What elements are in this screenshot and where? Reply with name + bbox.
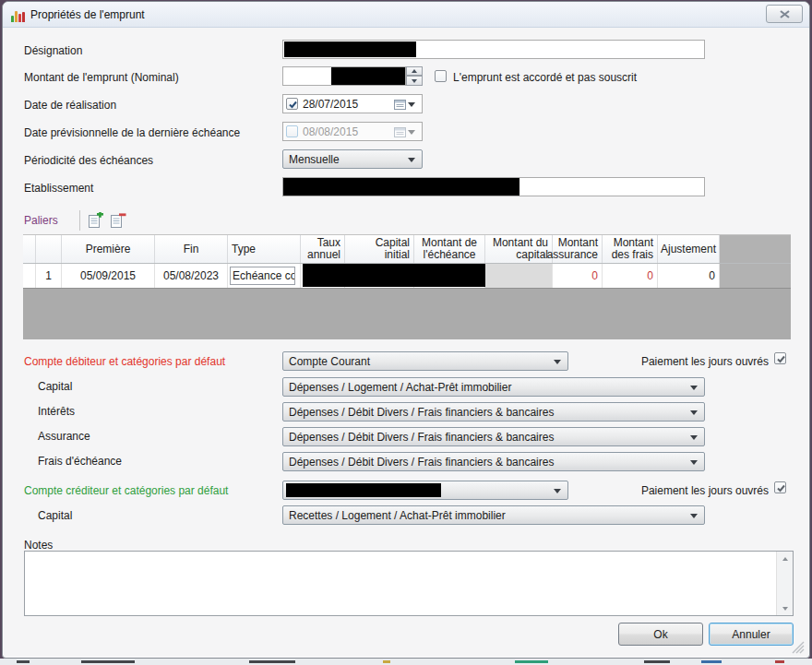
last-due-date-label: Date prévisionnelle de la dernière échéa…	[24, 126, 240, 139]
business-days-checkbox-debit[interactable]	[774, 352, 786, 364]
triangle-up-icon	[412, 69, 417, 73]
type-value: Echéance co...	[233, 269, 295, 282]
debit-account-select[interactable]: Compte Courant	[282, 351, 568, 371]
chevron-down-icon	[408, 130, 415, 135]
ajustement-cell[interactable]: 0	[658, 264, 720, 288]
triangle-up-icon	[782, 557, 788, 561]
table-header-row: Première Fin Type Taux annuel Capital in…	[23, 235, 791, 264]
montant-assurance-cell[interactable]: 0	[553, 264, 603, 288]
screen: Propriétés de l'emprunt Désignation Mont…	[0, 0, 812, 665]
calendar-icon[interactable]	[394, 99, 406, 110]
cancel-button[interactable]: Annuler	[709, 623, 794, 646]
realisation-date-picker[interactable]: 28/07/2015	[282, 94, 423, 113]
fin-cell[interactable]: 05/08/2023	[155, 264, 228, 288]
credit-account-select[interactable]	[282, 481, 568, 500]
background-noise	[515, 660, 548, 663]
header-ajustement: Ajustement	[658, 235, 720, 263]
periodicity-label: Périodicité des échéances	[24, 154, 153, 167]
debit-account-value: Compte Courant	[289, 355, 370, 368]
chevron-down-icon	[690, 514, 698, 518]
type-select-button[interactable]	[294, 267, 295, 285]
chevron-down-icon	[408, 102, 415, 107]
paliers-table: Première Fin Type Taux annuel Capital in…	[23, 234, 791, 339]
stepper-up-button[interactable]	[406, 66, 423, 76]
check-icon	[775, 482, 787, 494]
background-noise	[775, 660, 784, 663]
table-row[interactable]: 1 05/09/2015 05/08/2023 Echéance co... 0	[23, 264, 791, 289]
scroll-up-button[interactable]	[777, 552, 793, 565]
notes-scrollbar[interactable]	[776, 552, 793, 615]
capital-credit-label: Capital	[38, 509, 72, 522]
loan-properties-dialog: Propriétés de l'emprunt Désignation Mont…	[2, 1, 810, 659]
chart-app-icon	[11, 7, 26, 22]
header-montant-capital: Montant du capital	[485, 235, 553, 263]
window-titlebar[interactable]: Propriétés de l'emprunt	[3, 2, 809, 28]
check-icon	[287, 99, 299, 111]
capital-category-select[interactable]: Dépenses / Logement / Achat-Prêt immobil…	[282, 377, 705, 397]
background-noise	[701, 660, 722, 663]
assurance-category-value: Dépenses / Débit Divers / Frais financie…	[289, 431, 554, 444]
assurance-category-select[interactable]: Dépenses / Débit Divers / Frais financie…	[282, 427, 705, 446]
bank-input[interactable]	[282, 177, 705, 196]
ok-button[interactable]: Ok	[618, 623, 703, 646]
interets-category-select[interactable]: Dépenses / Débit Divers / Frais financie…	[282, 402, 705, 422]
close-button[interactable]	[766, 5, 803, 23]
last-due-date-value: 08/08/2015	[303, 125, 358, 138]
notes-label: Notes	[24, 539, 53, 552]
bank-label: Etablissement	[24, 182, 93, 195]
chevron-down-icon	[690, 435, 698, 440]
row-filler	[720, 264, 791, 288]
paliers-section-title: Paliers	[24, 214, 58, 227]
header-row-selector	[23, 235, 36, 263]
header-taux-annuel: Taux annuel	[301, 235, 345, 263]
scroll-down-button[interactable]	[777, 601, 793, 615]
redaction-box	[286, 483, 441, 497]
delete-palier-icon[interactable]	[110, 212, 126, 229]
business-days-checkbox-credit[interactable]	[774, 481, 786, 493]
chevron-down-icon	[690, 460, 698, 465]
cancel-button-label: Annuler	[732, 628, 770, 641]
loan-granted-checkbox[interactable]	[435, 70, 447, 82]
capital-credit-category-value: Recettes / Logement / Achat-Prêt immobil…	[289, 509, 506, 522]
amount-stepper	[406, 66, 423, 86]
stepper-down-button[interactable]	[406, 76, 423, 86]
close-icon	[780, 10, 790, 18]
frais-category-value: Dépenses / Débit Divers / Frais financie…	[289, 456, 554, 469]
background-noise	[383, 660, 390, 663]
chevron-down-icon	[690, 386, 698, 390]
premiere-cell[interactable]: 05/09/2015	[62, 264, 155, 288]
chevron-down-icon	[690, 410, 698, 415]
background-noise	[17, 660, 30, 663]
resize-grip[interactable]	[792, 641, 805, 654]
last-due-date-checkbox[interactable]	[286, 125, 298, 137]
calendar-icon[interactable]	[394, 126, 406, 137]
ok-button-label: Ok	[653, 628, 667, 641]
montant-frais-cell[interactable]: 0	[603, 264, 658, 288]
row-selector-cell[interactable]	[23, 264, 36, 288]
periodicity-select[interactable]: Mensuelle	[282, 149, 423, 169]
capital-label: Capital	[38, 380, 72, 393]
header-type: Type	[228, 235, 301, 263]
frais-category-select[interactable]: Dépenses / Débit Divers / Frais financie…	[282, 452, 705, 471]
loan-granted-label: L'emprunt est accordé et pas souscrit	[453, 71, 637, 84]
chevron-down-icon	[554, 489, 561, 493]
credit-account-section-title: Compte créditeur et catégories par défau…	[24, 484, 228, 497]
last-due-date-picker[interactable]: 08/08/2015	[282, 122, 423, 141]
header-montant-echeance: Montant de l'échéance	[414, 235, 485, 263]
notes-textarea[interactable]	[24, 551, 794, 616]
realisation-date-label: Date de réalisation	[24, 99, 116, 112]
amount-label: Montant de l'emprunt (Nominal)	[24, 71, 179, 84]
chevron-down-icon	[408, 158, 415, 162]
designation-input[interactable]	[282, 40, 705, 59]
add-palier-icon[interactable]	[88, 212, 104, 229]
capital-credit-category-select[interactable]: Recettes / Logement / Achat-Prêt immobil…	[282, 505, 705, 525]
background-noise	[644, 660, 670, 663]
background-app-strip	[0, 659, 812, 665]
amount-input[interactable]	[282, 66, 406, 86]
redaction-box	[331, 67, 405, 85]
type-select[interactable]: Echéance co...	[230, 267, 295, 285]
background-noise	[249, 660, 295, 663]
frais-echeance-label: Frais d'échéance	[38, 455, 122, 468]
redaction-box	[303, 264, 485, 287]
realisation-date-checkbox[interactable]	[286, 98, 298, 110]
